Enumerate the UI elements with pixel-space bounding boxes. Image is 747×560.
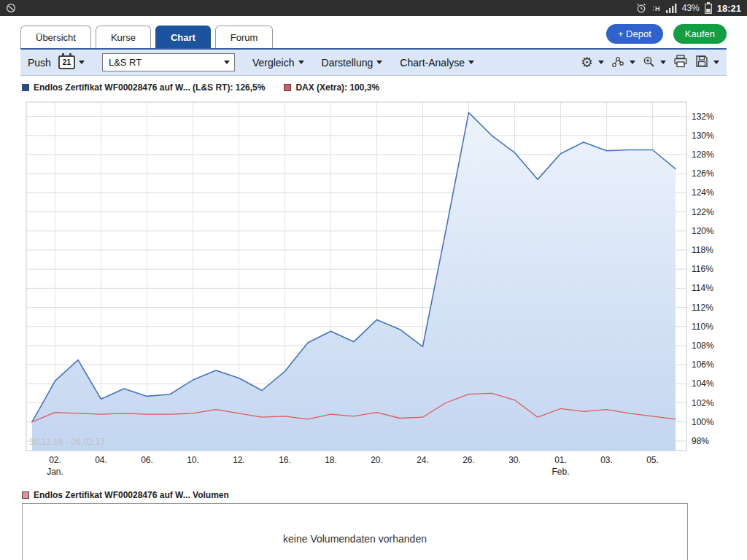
calendar-icon: 21 [58,55,75,69]
alarm-icon [636,3,646,13]
gear-icon: ⚙ [581,55,593,69]
legend-label: DAX (Xetra): 100,3% [295,82,379,93]
signal-bars-icon [666,4,677,13]
svg-text:10.: 10. [187,455,199,465]
battery-icon [705,2,712,14]
svg-text:126%: 126% [692,168,714,179]
svg-text:24.: 24. [417,455,429,465]
clock-label: 18:21 [717,3,741,14]
svg-text:132%: 132% [692,112,714,122]
svg-text:30.12.16 - 06.02.17: 30.12.16 - 06.02.17 [29,437,105,447]
printer-icon [673,55,688,70]
svg-text:124%: 124% [692,187,714,198]
svg-text:30.: 30. [508,455,521,465]
svg-text:20.: 20. [371,455,383,465]
svg-text:26.: 26. [462,455,475,465]
svg-text:03.: 03. [600,455,613,465]
save-icon [695,55,708,70]
chevron-down-icon [468,61,474,64]
series-swatch [284,84,291,91]
price-chart-legend: Endlos Zertifikat WF00028476 auf W... (L… [22,82,725,93]
svg-text:05.: 05. [646,455,659,465]
status-bar: H 43% 18:21 [0,0,747,16]
exchange-select-value: L&S RT [109,57,142,68]
series-swatch [22,84,29,91]
svg-text:16.: 16. [279,455,291,465]
volume-legend: Endlos Zertifikat WF00028476 auf W... Vo… [22,490,725,500]
chevron-down-icon [660,61,666,64]
chart-analysis-dropdown[interactable]: Chart-Analyse [400,57,474,69]
volume-legend-label: Endlos Zertifikat WF00028476 auf W... Vo… [34,490,229,500]
svg-text:106%: 106% [692,359,714,370]
push-toggle-label[interactable]: Push [28,57,51,69]
svg-text:118%: 118% [692,245,713,255]
do-not-disturb-icon [6,3,16,13]
legend-item-dax: DAX (Xetra): 100,3% [284,82,379,93]
chevron-down-icon [713,61,719,64]
svg-text:114%: 114% [692,283,713,293]
svg-text:120%: 120% [692,226,714,236]
zoom-in-icon [643,55,655,70]
buy-button[interactable]: Kaufen [673,24,727,44]
chevron-down-icon [224,61,230,64]
svg-text:02.: 02. [49,455,61,465]
compare-dropdown[interactable]: Vergleich [252,57,304,69]
settings-dropdown-button[interactable]: ⚙ [581,55,604,69]
svg-text:Feb.: Feb. [551,467,569,477]
display-dropdown-label: Darstellung [322,57,374,69]
svg-text:12.: 12. [233,455,245,465]
volume-panel: keine Volumendaten vorhanden [22,503,688,560]
tab-chart[interactable]: Chart [155,26,211,48]
tab-bar: Übersicht Kurse Chart Forum + Depot Kauf… [0,16,747,48]
svg-text:128%: 128% [692,149,714,160]
chevron-down-icon [376,61,382,64]
svg-text:06.: 06. [141,455,153,465]
battery-percent-label: 43% [682,3,700,13]
svg-text:01.: 01. [554,455,567,465]
svg-text:122%: 122% [692,207,714,217]
tab-uebersicht[interactable]: Übersicht [20,26,91,48]
exchange-select[interactable]: L&S RT [102,53,235,71]
save-dropdown-button[interactable] [695,55,719,70]
svg-text:Jan.: Jan. [47,467,63,477]
svg-text:102%: 102% [692,398,714,408]
chevron-down-icon [630,61,635,64]
display-dropdown[interactable]: Darstellung [322,57,383,69]
legend-item-certificate: Endlos Zertifikat WF00028476 auf W... (L… [22,82,265,93]
svg-text:130%: 130% [692,131,714,141]
svg-text:110%: 110% [692,322,713,332]
zoom-dropdown-button[interactable] [643,55,666,70]
chart-toolbar: Push 21 L&S RT Vergleich Darstellung Cha… [20,48,727,76]
indicators-dropdown-button[interactable] [611,55,635,70]
svg-text:104%: 104% [692,378,714,389]
volume-swatch [22,491,29,499]
mobile-data-h-icon: H [651,4,661,13]
svg-text:18.: 18. [325,455,337,465]
chevron-down-icon [298,61,304,64]
svg-text:98%: 98% [692,436,709,446]
tab-kurse[interactable]: Kurse [96,26,151,48]
svg-text:108%: 108% [692,341,714,351]
add-depot-button[interactable]: + Depot [606,24,663,44]
chevron-down-icon [598,61,604,64]
indicators-icon [611,55,624,70]
svg-text:112%: 112% [692,303,713,313]
price-chart[interactable]: 132%130%128%126%124%122%120%118%116%114%… [0,95,747,489]
chevron-down-icon [79,61,85,64]
volume-empty-message: keine Volumendaten vorhanden [283,533,427,545]
svg-text:116%: 116% [692,264,713,274]
tab-forum[interactable]: Forum [215,26,274,48]
legend-label: Endlos Zertifikat WF00028476 auf W... (L… [34,82,265,93]
svg-text:100%: 100% [692,417,714,427]
chart-analysis-dropdown-label: Chart-Analyse [400,57,465,69]
compare-dropdown-label: Vergleich [252,57,295,69]
svg-text:04.: 04. [95,455,107,465]
print-button[interactable] [673,55,688,70]
period-calendar-button[interactable]: 21 [58,55,85,69]
svg-text:H: H [655,5,660,12]
